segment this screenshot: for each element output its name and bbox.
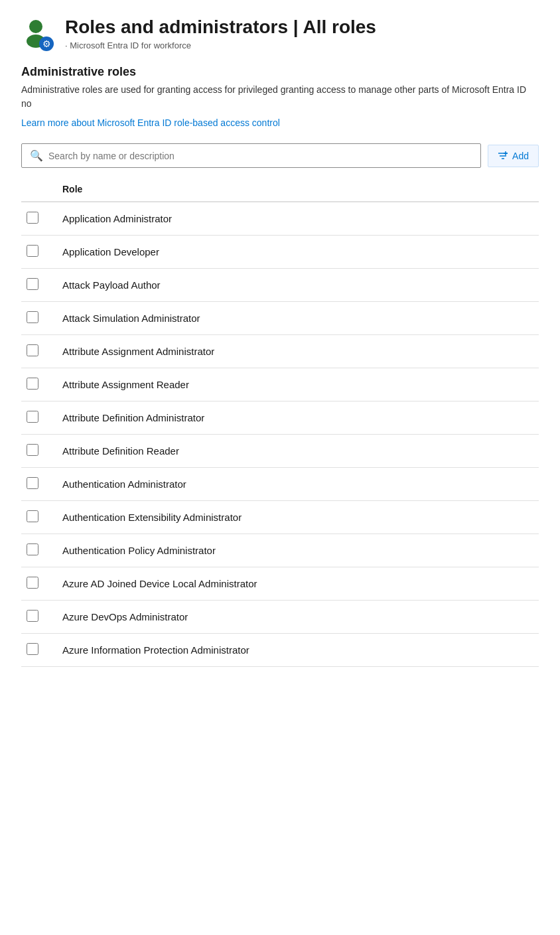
role-name: Azure AD Joined Device Local Administrat… bbox=[54, 567, 539, 601]
header-text: Roles and administrators | All roles · M… bbox=[65, 16, 376, 50]
table-row: Attribute Definition Administrator bbox=[21, 401, 539, 435]
role-name: Application Developer bbox=[54, 236, 539, 269]
role-checkbox-4[interactable] bbox=[27, 311, 38, 323]
role-name: Attribute Definition Administrator bbox=[54, 401, 539, 435]
search-filter-row: 🔍 Add bbox=[21, 143, 539, 168]
table-row: Azure DevOps Administrator bbox=[21, 601, 539, 634]
add-filter-label: Add bbox=[512, 151, 529, 161]
checkbox-cell bbox=[21, 335, 54, 368]
role-name: Application Administrator bbox=[54, 202, 539, 236]
checkbox-cell bbox=[21, 269, 54, 302]
role-checkbox-13[interactable] bbox=[27, 610, 38, 622]
role-checkbox-9[interactable] bbox=[27, 477, 38, 489]
checkbox-cell bbox=[21, 501, 54, 534]
filter-add-icon bbox=[498, 151, 508, 161]
search-input[interactable] bbox=[48, 151, 472, 161]
checkbox-cell bbox=[21, 601, 54, 634]
role-checkbox-14[interactable] bbox=[27, 643, 38, 655]
table-row: Azure AD Joined Device Local Administrat… bbox=[21, 567, 539, 601]
role-checkbox-3[interactable] bbox=[27, 278, 38, 290]
roles-table: Role Application AdministratorApplicatio… bbox=[21, 179, 539, 667]
header-checkbox-col bbox=[21, 179, 54, 202]
role-checkbox-6[interactable] bbox=[27, 378, 38, 390]
role-checkbox-1[interactable] bbox=[27, 212, 38, 224]
role-checkbox-11[interactable] bbox=[27, 543, 38, 555]
table-row: Attack Payload Author bbox=[21, 269, 539, 302]
add-filter-button[interactable]: Add bbox=[488, 145, 539, 167]
role-name: Attribute Assignment Reader bbox=[54, 368, 539, 401]
role-name: Azure Information Protection Administrat… bbox=[54, 634, 539, 667]
roles-tbody: Application AdministratorApplication Dev… bbox=[21, 202, 539, 667]
checkbox-cell bbox=[21, 567, 54, 601]
svg-point-0 bbox=[29, 20, 42, 33]
role-checkbox-10[interactable] bbox=[27, 510, 38, 522]
description-section: Administrative roles Administrative role… bbox=[21, 65, 539, 129]
role-checkbox-5[interactable] bbox=[27, 344, 38, 356]
table-row: Azure Information Protection Administrat… bbox=[21, 634, 539, 667]
avatar-icon: ⚙ bbox=[21, 17, 56, 52]
role-checkbox-8[interactable] bbox=[27, 444, 38, 456]
role-name: Attribute Definition Reader bbox=[54, 435, 539, 468]
role-name: Attribute Assignment Administrator bbox=[54, 335, 539, 368]
role-name: Authentication Administrator bbox=[54, 468, 539, 501]
search-icon: 🔍 bbox=[30, 149, 43, 162]
role-checkbox-7[interactable] bbox=[27, 411, 38, 423]
table-row: Authentication Administrator bbox=[21, 468, 539, 501]
table-row: Attack Simulation Administrator bbox=[21, 302, 539, 335]
checkbox-cell bbox=[21, 236, 54, 269]
section-heading: Administrative roles bbox=[21, 65, 539, 79]
search-box[interactable]: 🔍 bbox=[21, 143, 481, 168]
page-subtitle: · Microsoft Entra ID for workforce bbox=[65, 40, 376, 50]
table-row: Authentication Policy Administrator bbox=[21, 534, 539, 567]
role-name: Authentication Policy Administrator bbox=[54, 534, 539, 567]
role-checkbox-2[interactable] bbox=[27, 245, 38, 257]
role-name: Authentication Extensibility Administrat… bbox=[54, 501, 539, 534]
checkbox-cell bbox=[21, 634, 54, 667]
checkbox-cell bbox=[21, 401, 54, 435]
table-row: Attribute Assignment Administrator bbox=[21, 335, 539, 368]
checkbox-cell bbox=[21, 368, 54, 401]
svg-text:⚙: ⚙ bbox=[42, 38, 51, 49]
table-row: Authentication Extensibility Administrat… bbox=[21, 501, 539, 534]
role-name: Attack Payload Author bbox=[54, 269, 539, 302]
description-text: Administrative roles are used for granti… bbox=[21, 83, 539, 111]
checkbox-cell bbox=[21, 302, 54, 335]
table-header: Role bbox=[21, 179, 539, 202]
table-row: Attribute Definition Reader bbox=[21, 435, 539, 468]
table-row: Application Developer bbox=[21, 236, 539, 269]
role-name: Attack Simulation Administrator bbox=[54, 302, 539, 335]
role-name: Azure DevOps Administrator bbox=[54, 601, 539, 634]
header-section: ⚙ Roles and administrators | All roles ·… bbox=[21, 16, 539, 52]
checkbox-cell bbox=[21, 468, 54, 501]
table-row: Application Administrator bbox=[21, 202, 539, 236]
checkbox-cell bbox=[21, 534, 54, 567]
page-title: Roles and administrators | All roles bbox=[65, 16, 376, 38]
role-column-header: Role bbox=[54, 179, 539, 202]
checkbox-cell bbox=[21, 435, 54, 468]
learn-more-link[interactable]: Learn more about Microsoft Entra ID role… bbox=[21, 117, 280, 128]
checkbox-cell bbox=[21, 202, 54, 236]
role-checkbox-12[interactable] bbox=[27, 577, 38, 589]
table-row: Attribute Assignment Reader bbox=[21, 368, 539, 401]
